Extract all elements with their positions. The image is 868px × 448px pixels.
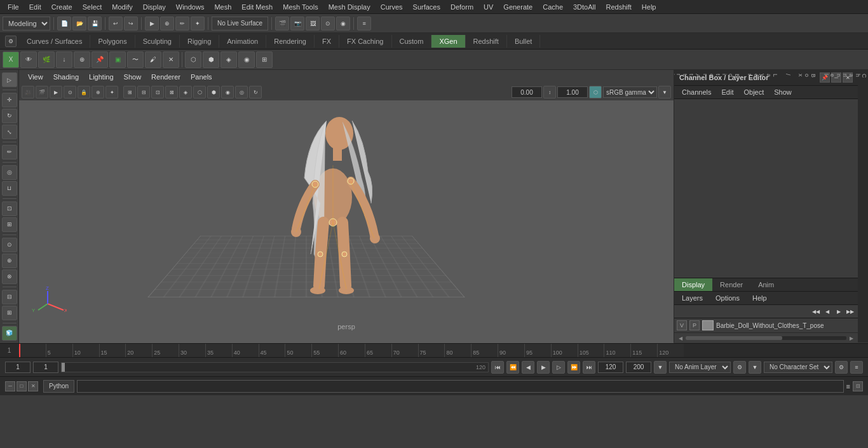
vp-panels[interactable]: Panels (187, 72, 216, 82)
menu-curves[interactable]: Curves (376, 2, 408, 12)
shelf-xgen-icon[interactable]: X (3, 51, 19, 68)
shelf-brush-btn[interactable]: 🖌 (145, 51, 161, 68)
tab-fx-caching[interactable]: FX Caching (339, 35, 391, 48)
menu-mesh-tools[interactable]: Mesh Tools (278, 2, 323, 12)
pb-play[interactable]: ▶ (537, 361, 550, 374)
lasso-select-btn[interactable]: ⊔ (2, 181, 17, 196)
snap-btn[interactable]: ⊡ (2, 201, 17, 216)
ls-scrollbar-thumb[interactable] (686, 336, 782, 340)
vp-grid2-btn[interactable]: ⊟ (137, 86, 150, 98)
pb-char-set-settings[interactable]: ⚙ (835, 361, 848, 374)
render2-btn[interactable]: 📷 (290, 17, 304, 31)
shelf-pin-btn[interactable]: 📌 (92, 51, 108, 68)
menu-mesh[interactable]: Mesh (209, 2, 236, 12)
mel-execute-btn[interactable]: ≡ (846, 383, 850, 390)
vp-snap4-btn[interactable]: ✦ (105, 86, 118, 98)
playback-end-input[interactable] (598, 362, 623, 373)
vp-shad2-btn[interactable]: ◎ (235, 86, 248, 98)
frame-start-input[interactable] (5, 362, 31, 373)
render3-btn[interactable]: 🖼 (306, 17, 320, 31)
extra-btn[interactable]: ⊕ (2, 254, 17, 268)
playback-end2-input[interactable] (626, 362, 651, 373)
menu-edit-mesh[interactable]: Edit Mesh (236, 2, 278, 12)
menu-windows[interactable]: Windows (171, 2, 210, 12)
menu-file[interactable]: File (3, 2, 24, 12)
vp-snap1-btn[interactable]: ⊙ (64, 86, 76, 98)
script-settings-btn[interactable]: ⊡ (853, 381, 863, 391)
soft-select-btn[interactable]: ◎ (2, 165, 17, 180)
menu-uv[interactable]: UV (478, 2, 498, 12)
vp-shad3-btn[interactable]: ↻ (249, 86, 262, 98)
pb-char-set-down[interactable]: ▼ (749, 361, 761, 374)
pb-anim-layer-settings[interactable]: ⚙ (733, 361, 746, 374)
tab-sculpting[interactable]: Sculpting (135, 35, 180, 48)
menu-3dtall[interactable]: 3DtoAll (568, 2, 600, 12)
minimize-window-btn[interactable]: ─ (5, 381, 15, 391)
rotate-tool-btn[interactable]: ↻ (2, 109, 17, 123)
menu-surfaces[interactable]: Surfaces (408, 2, 445, 12)
tab-animation[interactable]: Animation (219, 35, 266, 48)
menu-help[interactable]: Help (637, 2, 661, 12)
lasso-btn[interactable]: ⊕ (160, 17, 174, 31)
vp-shad1-btn[interactable]: ◉ (221, 86, 234, 98)
shelf-extra5[interactable]: ⊞ (256, 51, 273, 68)
shelf-leaf-btn[interactable]: 🌿 (38, 51, 55, 68)
tab-rendering[interactable]: Rendering (266, 35, 315, 48)
close-window-btn[interactable]: ✕ (28, 381, 38, 391)
paint-tool-btn[interactable]: ✏ (2, 145, 17, 160)
vp-disp3-btn[interactable]: ⬢ (207, 86, 220, 98)
vp-show[interactable]: Show (120, 72, 146, 82)
undo-btn[interactable]: ↩ (109, 17, 123, 31)
shelf-layer-btn[interactable]: ▣ (109, 51, 126, 68)
tab-custom[interactable]: Custom (392, 35, 432, 48)
vp-film2-btn[interactable]: ▶ (50, 86, 62, 98)
shelf-extra2[interactable]: ⬢ (203, 51, 219, 68)
new-file-btn[interactable]: 📄 (57, 17, 71, 31)
save-file-btn[interactable]: 💾 (88, 17, 102, 31)
menu-deform[interactable]: Deform (445, 2, 478, 12)
pb-skip-end[interactable]: ⏭ (583, 361, 595, 374)
vp-val2-input[interactable] (557, 86, 588, 98)
grid2-btn[interactable]: ⊞ (2, 306, 17, 320)
python-tab[interactable]: Python (43, 380, 74, 393)
menu-cache[interactable]: Cache (538, 2, 568, 12)
scale-tool-btn[interactable]: ⤡ (2, 125, 17, 139)
frame-current-input[interactable] (33, 362, 58, 373)
menu-redshift[interactable]: Redshift (600, 2, 636, 12)
menu-modify[interactable]: Modify (107, 2, 137, 12)
menu-mesh-display[interactable]: Mesh Display (323, 2, 376, 12)
vp-snap3-btn[interactable]: ⊕ (92, 86, 104, 98)
vp-settings-btn[interactable]: ▼ (658, 86, 671, 98)
select-tool-btn[interactable]: ▷ (2, 72, 17, 87)
vp-val1-input[interactable] (512, 86, 542, 98)
vp-disp1-btn[interactable]: ◈ (179, 86, 192, 98)
timeline-numbers[interactable]: 5 10 15 20 25 30 35 40 45 50 55 60 65 70… (19, 344, 684, 357)
tab-fx[interactable]: FX (315, 35, 339, 48)
anim-layer-dropdown[interactable]: No Anim Layer (669, 362, 731, 373)
select-btn[interactable]: ▶ (145, 17, 159, 31)
vp-gamma-dropdown[interactable]: sRGB gamma (603, 86, 657, 98)
render4-btn[interactable]: ⊙ (321, 17, 335, 31)
tab-redshift[interactable]: Redshift (466, 35, 507, 48)
shelf-extra1[interactable]: ⬡ (185, 51, 201, 68)
shelf-extra4[interactable]: ◉ (238, 51, 255, 68)
shelf-close-btn[interactable]: ✕ (163, 51, 179, 68)
vp-renderer[interactable]: Renderer (147, 72, 184, 82)
shelf-arrow-btn[interactable]: ↓ (56, 51, 72, 68)
command-input[interactable] (77, 380, 843, 393)
menu-display[interactable]: Display (138, 2, 171, 12)
pb-prev-key[interactable]: ⏪ (506, 361, 519, 374)
shelf-select-btn[interactable]: ⊕ (74, 51, 90, 68)
extra1-btn[interactable]: ≡ (357, 17, 371, 31)
char-set-dropdown[interactable]: No Character Set (764, 362, 832, 373)
menu-create[interactable]: Create (46, 2, 78, 12)
pb-extra-btn[interactable]: ≡ (850, 361, 863, 374)
skin-btn[interactable]: 🧊 (2, 326, 17, 341)
frame-range-bar[interactable]: 120 (61, 362, 489, 372)
menu-select[interactable]: Select (78, 2, 107, 12)
grid-btn[interactable]: ⊟ (2, 290, 17, 304)
shelf-eye-btn[interactable]: 👁 (20, 51, 37, 68)
tab-polygons[interactable]: Polygons (90, 35, 135, 48)
transform-btn[interactable]: ✦ (191, 17, 205, 31)
vp-grid1-btn[interactable]: ⊞ (123, 86, 136, 98)
